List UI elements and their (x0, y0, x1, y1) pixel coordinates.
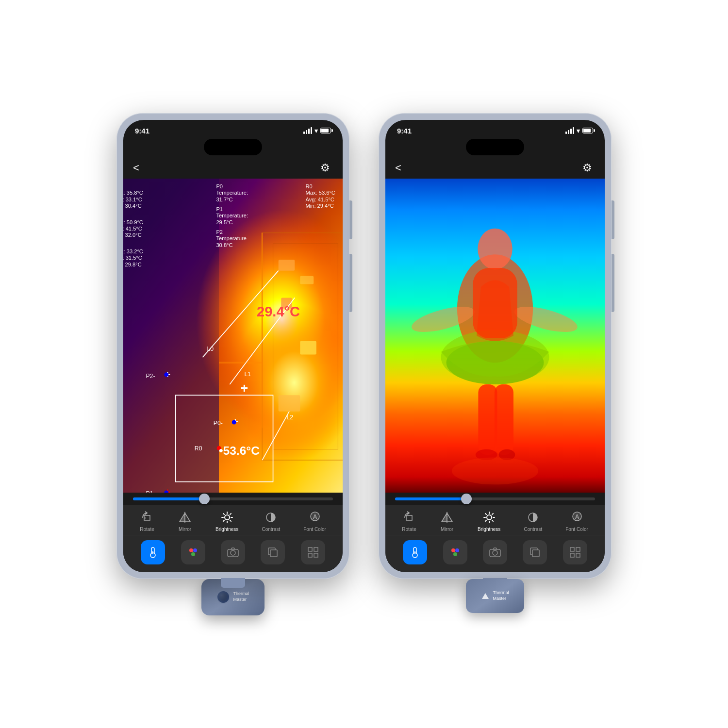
right-contrast-icon (526, 510, 540, 525)
right-battery-fill (583, 129, 591, 132)
left-status-bar: 9:41 ▾ (123, 120, 343, 139)
svg-point-83 (231, 550, 235, 555)
left-wifi-icon: ▾ (314, 127, 318, 134)
right-tab-grid[interactable] (563, 540, 587, 564)
svg-point-64 (225, 515, 230, 520)
svg-rect-131 (570, 553, 574, 557)
left-status-icons: ▾ (303, 127, 331, 134)
svg-text:Max: 35.8°C: Max: 35.8°C (123, 190, 143, 196)
right-dongle-text: Thermal Master (493, 590, 509, 601)
right-tab-layers[interactable] (523, 540, 547, 564)
left-mirror-label: Mirror (179, 527, 191, 532)
left-tool-contrast[interactable]: Contrast (262, 510, 280, 532)
right-dynamic-island (466, 139, 524, 155)
svg-point-79 (189, 548, 193, 552)
right-slider-track[interactable] (395, 497, 595, 500)
right-mirror-icon (440, 510, 454, 525)
svg-text:Max: 53.6°C: Max: 53.6°C (305, 190, 335, 196)
right-tab-thermometer[interactable] (403, 540, 427, 564)
svg-line-115 (485, 520, 486, 521)
svg-text:R0: R0 (195, 445, 202, 451)
right-tool-brightness[interactable]: Brightness (478, 510, 500, 532)
left-tab-thermometer[interactable] (141, 540, 165, 564)
svg-point-94 (478, 228, 512, 269)
right-status-time: 9:41 (397, 127, 412, 135)
right-tool-mirror[interactable]: Mirror (440, 510, 454, 532)
svg-point-81 (191, 552, 195, 556)
left-tab-camera[interactable] (221, 540, 245, 564)
svg-rect-89 (314, 553, 318, 557)
right-thermal-area (385, 179, 605, 493)
left-toolbar: Rotate Mirror (123, 505, 343, 535)
right-settings-button[interactable]: ⚙ (579, 160, 595, 176)
right-mirror-label: Mirror (441, 527, 453, 532)
svg-rect-7 (300, 276, 314, 284)
svg-text:P2-: P2- (146, 372, 155, 379)
left-fontcolor-icon: A (308, 510, 322, 525)
svg-rect-99 (495, 384, 513, 454)
left-rotate-label: Rotate (140, 527, 154, 532)
left-connector (221, 578, 245, 588)
right-back-button[interactable]: < (395, 162, 401, 174)
left-tab-grid[interactable] (301, 540, 325, 564)
left-tool-brightness[interactable]: Brightness (215, 510, 238, 532)
svg-text:29.5°C: 29.5°C (216, 219, 232, 225)
svg-text:29.4°C: 29.4°C (257, 304, 300, 319)
left-contrast-icon (264, 510, 278, 525)
right-phone-inner: 9:41 ▾ < ⚙ (385, 120, 605, 572)
right-thermal-svg (385, 179, 605, 493)
left-tab-layers[interactable] (261, 540, 285, 564)
right-dongle: Thermal Master (466, 579, 524, 613)
svg-line-70 (230, 520, 231, 521)
svg-text:Avg: 41.5°C: Avg: 41.5°C (305, 196, 334, 202)
svg-text:Max: 50.9°C: Max: 50.9°C (123, 219, 143, 225)
svg-rect-130 (576, 547, 580, 551)
svg-text:P0: P0 (216, 183, 223, 189)
svg-text:Avg: 41.5°C: Avg: 41.5°C (123, 226, 142, 232)
left-battery-fill (321, 129, 329, 132)
left-tab-bar (123, 535, 343, 572)
right-status-bar: 9:41 ▾ (385, 120, 605, 139)
svg-text:P1: P1 (216, 206, 223, 212)
svg-text:L0: L0 (207, 345, 214, 352)
right-contrast-label: Contrast (524, 527, 542, 532)
svg-line-112 (485, 513, 486, 514)
right-slider-fill (395, 497, 465, 500)
left-dongle-line1: Thermal (233, 591, 249, 597)
svg-text:L1: L1 (244, 371, 251, 378)
svg-rect-128 (532, 550, 539, 557)
svg-text:Min: 30.4°C: Min: 30.4°C (123, 203, 142, 209)
svg-rect-10 (279, 395, 300, 411)
right-dongle-logo-icon (481, 592, 490, 600)
left-rotate-icon (140, 510, 154, 525)
svg-line-114 (492, 513, 493, 514)
svg-text:P1-: P1- (146, 490, 155, 492)
left-back-button[interactable]: < (133, 162, 139, 174)
svg-text:+: + (241, 381, 248, 395)
left-dynamic-island (204, 139, 262, 155)
svg-point-126 (493, 550, 497, 555)
right-tool-rotate[interactable]: Rotate (402, 510, 416, 532)
right-slider-thumb[interactable] (461, 494, 472, 504)
right-dongle-line2: Master (493, 596, 509, 602)
right-tab-palette[interactable] (443, 540, 467, 564)
right-tool-contrast[interactable]: Contrast (524, 510, 542, 532)
left-fontcolor-label: Font Color (303, 527, 326, 532)
left-settings-button[interactable]: ⚙ (317, 160, 333, 176)
left-slider-area (123, 493, 343, 505)
right-brightness-icon (482, 510, 496, 525)
right-tab-camera[interactable] (483, 540, 507, 564)
left-slider-track[interactable] (133, 497, 333, 500)
svg-rect-129 (570, 547, 574, 551)
left-slider-thumb[interactable] (199, 494, 210, 504)
left-tool-rotate[interactable]: Rotate (140, 510, 154, 532)
left-tab-palette[interactable] (181, 540, 205, 564)
left-tool-mirror[interactable]: Mirror (178, 510, 192, 532)
svg-point-102 (452, 457, 538, 484)
right-tool-fontcolor[interactable]: A Font Color (565, 510, 588, 532)
svg-text:Avg: 33.1°C: Avg: 33.1°C (123, 196, 142, 202)
left-tool-fontcolor[interactable]: A Font Color (303, 510, 326, 532)
left-thermal-area: P2- + P0- + P1- + + L0 (123, 179, 343, 493)
svg-line-113 (492, 520, 493, 521)
left-phone-wrapper: 9:41 ▾ < ⚙ (116, 113, 349, 615)
